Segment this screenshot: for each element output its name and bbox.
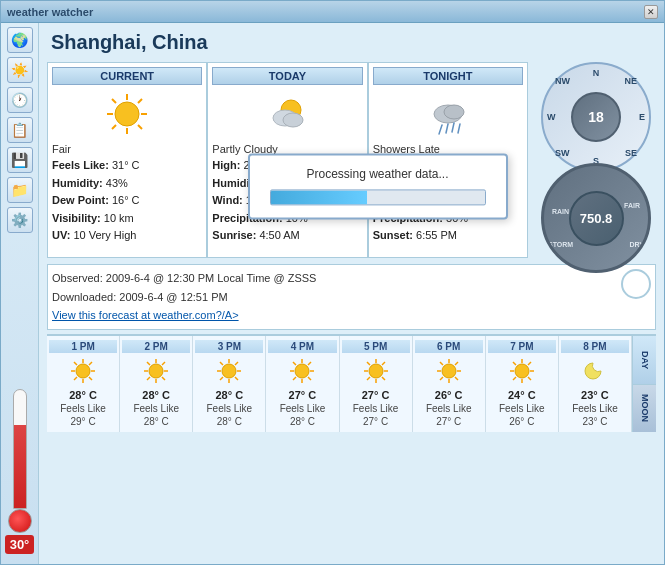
hour-temp: 23° C bbox=[561, 389, 629, 401]
observed-text: Observed: 2009-6-4 @ 12:30 PM Local Time… bbox=[52, 272, 316, 284]
today-header: TODAY bbox=[212, 67, 362, 85]
svg-line-17 bbox=[458, 124, 460, 133]
moon-tab[interactable]: MOON bbox=[633, 385, 656, 433]
city-title: Shanghai, China bbox=[47, 31, 656, 54]
thermo-fill bbox=[14, 425, 26, 508]
svg-line-51 bbox=[308, 377, 311, 380]
hour-icon bbox=[561, 355, 629, 387]
svg-line-23 bbox=[74, 362, 77, 365]
hour-feels: Feels Like27° C bbox=[415, 402, 483, 428]
hour-item: 3 PM 28° C Feels Like28° C bbox=[193, 336, 266, 432]
svg-line-34 bbox=[162, 362, 165, 365]
svg-line-71 bbox=[440, 377, 443, 380]
svg-line-53 bbox=[293, 377, 296, 380]
svg-line-41 bbox=[220, 362, 223, 365]
hour-feels: Feels Like23° C bbox=[561, 402, 629, 428]
sidebar-icon-sun[interactable]: ☀️ bbox=[7, 57, 33, 83]
baro-value: 750.8 bbox=[569, 191, 624, 246]
hour-label: 5 PM bbox=[342, 340, 410, 353]
hour-item: 8 PM 23° C Feels Like23° C bbox=[559, 336, 632, 432]
hour-label: 8 PM bbox=[561, 340, 629, 353]
sidebar: 🌍 ☀️ 🕐 📋 💾 📁 ⚙️ 30° bbox=[1, 23, 39, 564]
svg-line-35 bbox=[147, 377, 150, 380]
svg-point-18 bbox=[76, 364, 90, 378]
hour-icon bbox=[488, 355, 556, 387]
hour-feels: Feels Like28° C bbox=[195, 402, 263, 428]
svg-line-52 bbox=[308, 362, 311, 365]
svg-point-54 bbox=[369, 364, 383, 378]
svg-line-5 bbox=[112, 99, 116, 103]
svg-point-11 bbox=[283, 113, 303, 127]
hour-item: 4 PM 27° C Feels Like28° C bbox=[266, 336, 339, 432]
main-layout: 🌍 ☀️ 🕐 📋 💾 📁 ⚙️ 30° Shanghai, China bbox=[1, 23, 664, 564]
sidebar-icon-clipboard[interactable]: 📋 bbox=[7, 117, 33, 143]
downloaded-text: Downloaded: 2009-6-4 @ 12:51 PM bbox=[52, 291, 228, 303]
content-area: Shanghai, China CURRENT bbox=[39, 23, 664, 564]
hour-feels: Feels Like26° C bbox=[488, 402, 556, 428]
hour-icon bbox=[342, 355, 410, 387]
baro-storm-label: STORM bbox=[548, 241, 573, 248]
baro-fair-label: FAIR bbox=[624, 202, 640, 209]
hour-icon bbox=[195, 355, 263, 387]
hour-label: 6 PM bbox=[415, 340, 483, 353]
svg-line-6 bbox=[138, 125, 142, 129]
hour-item: 6 PM 26° C Feels Like27° C bbox=[413, 336, 486, 432]
baro-ring: RAIN STORM FAIR DRY 750.8 bbox=[541, 163, 651, 273]
svg-point-45 bbox=[295, 364, 309, 378]
day-tab[interactable]: DAY bbox=[633, 336, 656, 385]
hour-feels: Feels Like28° C bbox=[268, 402, 336, 428]
hour-label: 7 PM bbox=[488, 340, 556, 353]
thermo-tube bbox=[13, 389, 27, 509]
svg-line-60 bbox=[382, 377, 385, 380]
svg-line-24 bbox=[89, 377, 92, 380]
hour-icon bbox=[49, 355, 117, 387]
sidebar-icon-globe[interactable]: 🌍 bbox=[7, 27, 33, 53]
tonight-header: TONIGHT bbox=[373, 67, 523, 85]
dir-southeast: SE bbox=[625, 148, 637, 158]
current-data: Feels Like: 31° C Humidity: 43% Dew Poin… bbox=[52, 157, 202, 245]
svg-line-70 bbox=[455, 362, 458, 365]
hour-item: 5 PM 27° C Feels Like27° C bbox=[340, 336, 413, 432]
sidebar-icon-save[interactable]: 💾 bbox=[7, 147, 33, 173]
hourly-strip: 1 PM 28° C Feels Like29° C 2 PM 28° C Fe… bbox=[47, 334, 656, 432]
svg-line-50 bbox=[293, 362, 296, 365]
hour-temp: 27° C bbox=[342, 389, 410, 401]
svg-line-25 bbox=[89, 362, 92, 365]
sidebar-icon-clock[interactable]: 🕐 bbox=[7, 87, 33, 113]
hour-label: 2 PM bbox=[122, 340, 190, 353]
svg-line-26 bbox=[74, 377, 77, 380]
close-button[interactable]: ✕ bbox=[644, 5, 658, 19]
main-window: weather watcher ✕ 🌍 ☀️ 🕐 📋 💾 📁 ⚙️ 30° Sh… bbox=[0, 0, 665, 565]
svg-line-33 bbox=[162, 377, 165, 380]
svg-line-16 bbox=[452, 123, 454, 132]
window-title: weather watcher bbox=[7, 6, 93, 18]
thermo-value: 30° bbox=[5, 535, 35, 554]
svg-line-15 bbox=[446, 124, 448, 133]
baro-dry-label: DRY bbox=[629, 241, 644, 248]
compass-value: 18 bbox=[571, 92, 621, 142]
hour-feels: Feels Like29° C bbox=[49, 402, 117, 428]
current-header: CURRENT bbox=[52, 67, 202, 85]
svg-point-63 bbox=[442, 364, 456, 378]
svg-line-79 bbox=[528, 362, 531, 365]
svg-point-0 bbox=[115, 102, 139, 126]
dir-southwest: SW bbox=[555, 148, 570, 158]
hour-icon bbox=[122, 355, 190, 387]
thermo-bulb bbox=[8, 509, 32, 533]
status-text: Observed: 2009-6-4 @ 12:30 PM Local Time… bbox=[52, 269, 316, 325]
progress-bar-bg bbox=[270, 189, 486, 205]
thermometer: 30° bbox=[1, 389, 39, 554]
hour-icon bbox=[415, 355, 483, 387]
progress-bar-fill bbox=[271, 190, 367, 204]
sidebar-icon-gear[interactable]: ⚙️ bbox=[7, 207, 33, 233]
top-area: CURRENT bbox=[47, 62, 656, 258]
svg-line-68 bbox=[440, 362, 443, 365]
dir-east: E bbox=[639, 112, 645, 122]
compass: N NE E SE S SW W NW 18 bbox=[541, 62, 651, 172]
svg-line-42 bbox=[235, 377, 238, 380]
svg-line-7 bbox=[138, 99, 142, 103]
sidebar-icon-folder[interactable]: 📁 bbox=[7, 177, 33, 203]
hour-label: 3 PM bbox=[195, 340, 263, 353]
hour-item: 7 PM 24° C Feels Like26° C bbox=[486, 336, 559, 432]
forecast-link[interactable]: View this forecast at weather.com?/A> bbox=[52, 309, 239, 321]
